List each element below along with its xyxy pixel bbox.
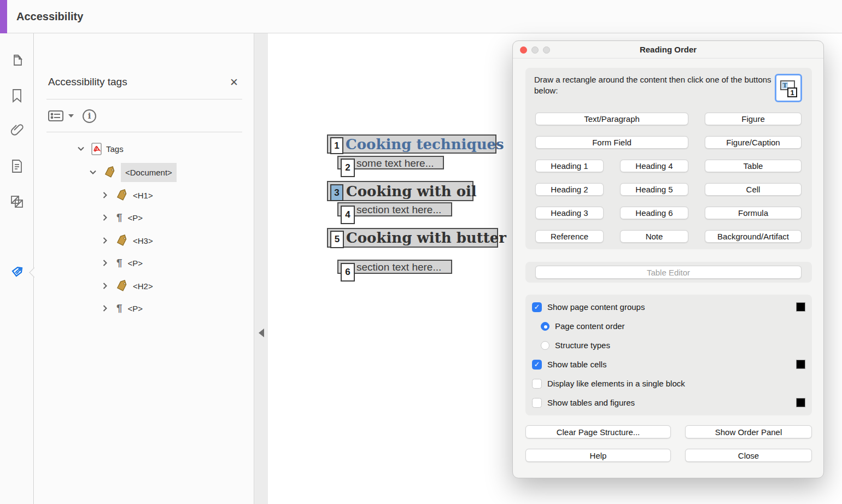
tag-icon xyxy=(103,166,116,178)
tree-label[interactable]: <H3> xyxy=(133,236,153,245)
tree-row-tags[interactable]: Tags xyxy=(77,140,124,157)
tree-label[interactable]: <P> xyxy=(128,304,143,313)
reference-button[interactable]: Reference xyxy=(535,230,604,243)
pilcrow-icon: ¶ xyxy=(116,302,122,314)
background-artifact-button[interactable]: Background/Artifact xyxy=(705,230,802,243)
close-icon[interactable]: ✕ xyxy=(230,76,238,89)
content-box-heading2[interactable]: Cooking with butter xyxy=(327,228,498,248)
tag-buttons-section: Draw a rectangle around the content then… xyxy=(525,68,812,249)
tag-icon xyxy=(115,189,128,201)
help-button[interactable]: Help xyxy=(525,449,671,462)
chevron-down-icon[interactable] xyxy=(77,146,85,151)
heading-2-button[interactable]: Heading 2 xyxy=(535,183,604,196)
reading-order-badge[interactable]: 6 xyxy=(341,263,355,282)
panel-splitter[interactable] xyxy=(254,33,268,504)
content-icon[interactable] xyxy=(0,154,34,178)
option-label: Show table cells xyxy=(547,360,606,369)
tool-one-glyph: 1 xyxy=(787,87,797,97)
tree-label[interactable]: Tags xyxy=(106,144,124,154)
heading-5-button[interactable]: Heading 5 xyxy=(620,183,688,196)
divider xyxy=(46,99,242,99)
content-box-heading1[interactable]: Cooking techniques xyxy=(327,134,496,154)
radio-selected[interactable] xyxy=(541,322,549,331)
table-button[interactable]: Table xyxy=(705,160,802,172)
panel-title: Accessibility tags xyxy=(48,76,127,88)
color-swatch[interactable] xyxy=(796,360,805,369)
option-label: Show page content groups xyxy=(547,302,645,312)
figure-caption-button[interactable]: Figure/Caption xyxy=(705,136,802,149)
tree-row-h3[interactable]: <H3> xyxy=(101,232,153,249)
chevron-right-icon[interactable] xyxy=(101,305,109,312)
order-icon[interactable] xyxy=(0,190,34,214)
reading-order-badge[interactable]: 5 xyxy=(330,231,344,248)
option-show-table-cells: Show table cells xyxy=(525,355,812,374)
chevron-down-icon[interactable] xyxy=(68,114,74,118)
tag-icon xyxy=(115,235,128,247)
radio-unselected[interactable] xyxy=(541,341,549,350)
heading-1-button[interactable]: Heading 1 xyxy=(535,160,604,172)
figure-button[interactable]: Figure xyxy=(705,113,802,125)
attachments-icon[interactable] xyxy=(0,118,34,142)
tree-row-p[interactable]: ¶ <P> xyxy=(101,300,143,317)
text-paragraph-button[interactable]: Text/Paragraph xyxy=(535,113,688,125)
accessibility-accent-bar xyxy=(0,0,7,33)
option-structure-types: Structure types xyxy=(525,336,812,355)
zoom-window-icon[interactable] xyxy=(543,46,550,54)
checkbox-unchecked[interactable] xyxy=(532,379,542,389)
table-editor-button[interactable]: Table Editor xyxy=(535,266,802,279)
close-button[interactable]: Close xyxy=(685,449,812,462)
tree-row-p[interactable]: ¶ <P> xyxy=(101,209,143,226)
tree-label[interactable]: <H2> xyxy=(133,282,153,291)
heading-3-button[interactable]: Heading 3 xyxy=(535,207,604,219)
heading-6-button[interactable]: Heading 6 xyxy=(620,207,688,219)
color-swatch[interactable] xyxy=(796,398,805,407)
content-box-heading3[interactable]: Cooking with oil xyxy=(327,181,473,201)
checkbox-unchecked[interactable] xyxy=(532,398,542,408)
tree-row-p[interactable]: ¶ <P> xyxy=(101,255,143,271)
chevron-right-icon[interactable] xyxy=(101,214,109,221)
display-options-section: Show page content groups Page content or… xyxy=(525,295,812,415)
reading-order-badge[interactable]: 2 xyxy=(341,159,355,177)
reading-order-badge[interactable]: 4 xyxy=(341,206,355,224)
cell-button[interactable]: Cell xyxy=(705,183,802,196)
tree-row-h2[interactable]: <H2> xyxy=(101,278,153,294)
show-order-panel-button[interactable]: Show Order Panel xyxy=(685,425,812,438)
minimize-window-icon[interactable] xyxy=(531,46,539,54)
table-editor-section: Table Editor xyxy=(525,262,812,283)
option-show-page-content-groups: Show page content groups xyxy=(525,297,812,317)
chevron-right-icon[interactable] xyxy=(101,237,109,244)
close-window-icon[interactable] xyxy=(520,46,527,54)
note-button[interactable]: Note xyxy=(620,230,688,243)
accessibility-tags-icon[interactable] xyxy=(0,261,34,285)
collapse-panel-icon[interactable] xyxy=(259,329,264,337)
tree-label-selected[interactable]: <Document> xyxy=(121,163,177,182)
clear-page-structure-button[interactable]: Clear Page Structure... xyxy=(525,425,671,438)
page-thumbnails-icon[interactable] xyxy=(0,48,34,72)
option-label: Display like elements in a single block xyxy=(547,379,685,388)
reading-order-badge-selected[interactable]: 3 xyxy=(330,184,343,201)
tree-row-h1[interactable]: <H1> xyxy=(101,187,153,203)
tree-label[interactable]: <P> xyxy=(128,259,143,268)
instruction-text: Draw a rectangle around the content then… xyxy=(534,74,775,96)
accessibility-tags-panel: Accessibility tags ✕ i Tags <Document> <… xyxy=(34,33,254,504)
chevron-down-icon[interactable] xyxy=(89,170,97,174)
info-icon[interactable]: i xyxy=(83,109,96,123)
checkbox-checked[interactable] xyxy=(532,360,542,370)
form-field-button[interactable]: Form Field xyxy=(535,136,688,149)
reading-order-tool-icon[interactable]: T 1 xyxy=(775,74,802,102)
checkbox-checked[interactable] xyxy=(532,302,542,312)
tree-row-document[interactable]: <Document> xyxy=(89,164,177,180)
color-swatch[interactable] xyxy=(796,302,805,312)
tree-label[interactable]: <H1> xyxy=(133,191,153,200)
divider xyxy=(46,132,242,132)
formula-button[interactable]: Formula xyxy=(705,207,802,219)
reading-order-badge[interactable]: 1 xyxy=(330,137,343,154)
bookmarks-icon[interactable] xyxy=(0,84,34,108)
tree-label[interactable]: <P> xyxy=(128,213,143,222)
dialog-titlebar[interactable]: Reading Order xyxy=(513,41,823,58)
chevron-right-icon[interactable] xyxy=(101,283,109,289)
chevron-right-icon[interactable] xyxy=(101,260,109,266)
heading-4-button[interactable]: Heading 4 xyxy=(620,160,688,172)
chevron-right-icon[interactable] xyxy=(101,192,109,198)
list-options-icon[interactable] xyxy=(48,109,64,122)
